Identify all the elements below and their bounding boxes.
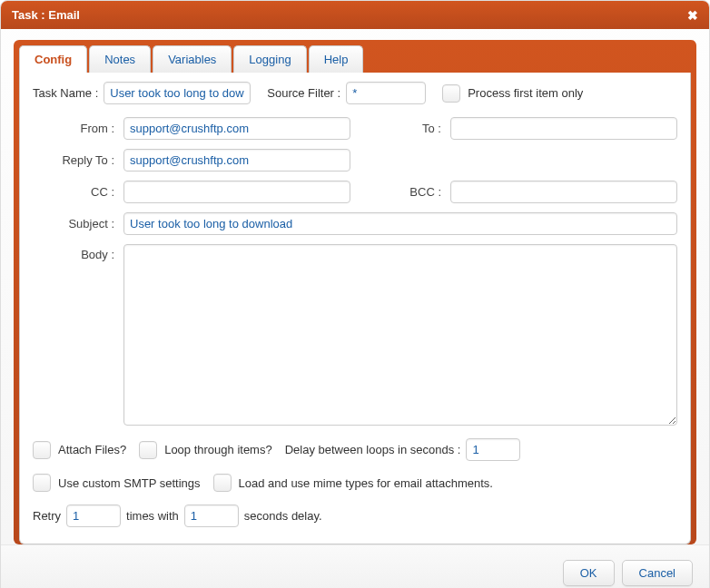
loop-items-label: Loop through items?	[164, 443, 272, 456]
source-filter-label: Source Filter :	[267, 86, 346, 100]
subject-label: Subject :	[33, 217, 114, 230]
body-label: Body :	[33, 244, 114, 261]
delay-label: Delay between loops in seconds :	[285, 443, 461, 456]
close-icon[interactable]: ✖	[687, 9, 698, 22]
from-input[interactable]	[123, 117, 350, 140]
tab-bar: Config Notes Variables Logging Help Task…	[14, 40, 696, 544]
subject-input[interactable]	[123, 212, 677, 235]
tab-variables[interactable]: Variables	[153, 45, 232, 73]
task-name-input[interactable]	[104, 82, 251, 104]
reply-to-label: Reply To :	[33, 153, 114, 167]
mime-types-label: Load and use mime types for email attach…	[239, 476, 493, 490]
source-filter-input[interactable]	[346, 82, 426, 104]
cc-label: CC :	[33, 185, 114, 199]
config-panel: Task Name : Source Filter : Process firs…	[19, 73, 691, 544]
from-label: From :	[33, 122, 114, 135]
process-first-label: Process first item only	[468, 86, 583, 100]
to-input[interactable]	[450, 117, 677, 140]
tab-notes[interactable]: Notes	[89, 45, 151, 73]
retry-prefix: Retry	[33, 509, 61, 523]
cc-input[interactable]	[123, 181, 350, 203]
task-name-label: Task Name :	[33, 86, 104, 100]
titlebar: Task : Email ✖	[1, 1, 709, 29]
retry-times-input[interactable]	[66, 505, 121, 527]
process-first-checkbox[interactable]	[442, 84, 460, 103]
delay-input[interactable]	[466, 438, 520, 461]
dialog-content: Config Notes Variables Logging Help Task…	[1, 29, 709, 544]
task-dialog: Task : Email ✖ Config Notes Variables Lo…	[0, 0, 710, 588]
bcc-input[interactable]	[450, 181, 677, 203]
attach-files-checkbox[interactable]	[33, 441, 51, 459]
reply-to-input[interactable]	[123, 149, 350, 172]
tab-config[interactable]: Config	[19, 45, 87, 73]
retry-mid: times with	[126, 509, 179, 523]
dialog-footer: OK Cancel	[1, 544, 709, 588]
loop-items-checkbox[interactable]	[139, 441, 157, 459]
cancel-button[interactable]: Cancel	[622, 560, 693, 586]
window-title: Task : Email	[12, 8, 687, 22]
retry-suffix: seconds delay.	[244, 509, 322, 523]
body-textarea[interactable]	[123, 244, 677, 426]
tab-help[interactable]: Help	[309, 45, 364, 73]
attach-files-label: Attach Files?	[58, 443, 126, 456]
custom-smtp-checkbox[interactable]	[33, 474, 51, 492]
retry-seconds-input[interactable]	[184, 505, 239, 527]
mime-types-checkbox[interactable]	[213, 474, 232, 492]
to-label: To :	[360, 122, 441, 135]
bcc-label: BCC :	[360, 185, 441, 199]
tab-logging[interactable]: Logging	[233, 45, 306, 73]
ok-button[interactable]: OK	[563, 560, 615, 586]
custom-smtp-label: Use custom SMTP settings	[58, 476, 201, 490]
